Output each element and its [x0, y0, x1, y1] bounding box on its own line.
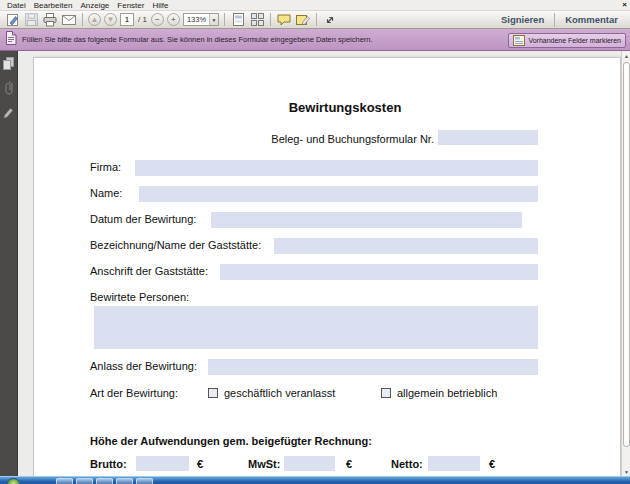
windows-taskbar	[0, 476, 630, 484]
page-up-icon[interactable]: ▲	[88, 13, 101, 26]
mwst-label: MwSt:	[248, 458, 280, 470]
anlass-label: Anlass der Bewirtung:	[90, 360, 197, 372]
scrollbar-thumb[interactable]	[623, 62, 630, 447]
gaststaette-name-field[interactable]	[274, 238, 538, 254]
zoom-level-select[interactable]: 133% ▼	[183, 13, 219, 26]
personen-label: Bewirtete Personen:	[90, 291, 189, 303]
save-icon[interactable]	[23, 12, 39, 28]
highlight-fields-button[interactable]: Vorhandene Felder markieren	[508, 33, 626, 48]
mwst-field[interactable]	[284, 456, 335, 471]
print-icon[interactable]	[42, 12, 58, 28]
page-view-icon[interactable]	[230, 12, 246, 28]
scroll-down-icon[interactable]: ▼	[622, 467, 630, 476]
geschaeftlich-label: geschäftlich veranlasst	[224, 387, 335, 399]
taskbar-app-button[interactable]	[136, 478, 153, 484]
menu-hilfe[interactable]: Hilfe	[148, 1, 172, 10]
toolbar-separator	[82, 13, 83, 26]
highlight-fields-label: Vorhandene Felder markieren	[528, 37, 621, 44]
annotate-icon[interactable]	[295, 12, 311, 28]
highlight-fields-icon	[513, 35, 525, 46]
comment-icon[interactable]	[276, 12, 292, 28]
tile-view-icon[interactable]	[249, 12, 265, 28]
menu-fenster[interactable]: Fenster	[113, 1, 148, 10]
name-field[interactable]	[139, 186, 538, 202]
form-notice-icon	[5, 31, 17, 49]
betrieblich-checkbox[interactable]	[381, 388, 391, 398]
signature-panel-icon[interactable]	[2, 104, 16, 119]
menubar: Datei Bearbeiten Anzeige Fenster Hilfe ×	[0, 0, 630, 11]
name-label: Name:	[90, 187, 122, 199]
zoom-dropdown-icon[interactable]: ▼	[209, 14, 218, 25]
pdf-page: Bewirtungskosten Beleg- und Buchungsform…	[33, 57, 621, 476]
document-area: Bewirtungskosten Beleg- und Buchungsform…	[0, 51, 630, 476]
toolbar-separator	[554, 13, 555, 27]
firma-field[interactable]	[135, 160, 538, 176]
menu-bearbeiten[interactable]: Bearbeiten	[30, 1, 77, 10]
taskbar-app-button[interactable]	[96, 478, 113, 484]
menu-anzeige[interactable]: Anzeige	[76, 1, 113, 10]
anlass-field[interactable]	[208, 359, 538, 375]
page-down-icon[interactable]: ▼	[104, 13, 117, 26]
beleg-label: Beleg- und Buchungsformular Nr.	[34, 133, 434, 145]
firma-label: Firma:	[90, 161, 121, 173]
zoom-level-value: 133%	[184, 15, 209, 24]
zoom-in-icon[interactable]: +	[167, 13, 180, 26]
page-thumbnails-icon[interactable]	[2, 56, 16, 71]
close-icon[interactable]: ×	[622, 0, 627, 10]
kommentar-button[interactable]: Kommentar	[557, 14, 626, 25]
email-icon[interactable]	[61, 12, 77, 28]
toolbar-separator	[224, 13, 225, 26]
adobe-reader-window: Datei Bearbeiten Anzeige Fenster Hilfe ×…	[0, 0, 630, 484]
netto-field[interactable]	[428, 456, 480, 471]
geschaeftlich-checkbox[interactable]	[208, 388, 218, 398]
brutto-label: Brutto:	[90, 458, 127, 470]
betrieblich-label: allgemein betrieblich	[397, 387, 497, 399]
fill-and-sign-icon[interactable]	[4, 12, 20, 28]
datum-label: Datum der Bewirtung:	[90, 213, 196, 225]
taskbar-app-button[interactable]	[56, 478, 73, 484]
signieren-button[interactable]: Signieren	[493, 14, 552, 25]
page-total-label: / 1	[138, 15, 147, 24]
netto-currency: €	[489, 458, 495, 470]
form-title: Bewirtungskosten	[70, 100, 620, 115]
brutto-field[interactable]	[136, 456, 189, 471]
personen-field[interactable]	[94, 306, 538, 349]
mwst-currency: €	[346, 458, 352, 470]
toolbar-separator	[270, 13, 271, 26]
taskbar-app-button[interactable]	[116, 478, 133, 484]
attachments-icon[interactable]	[2, 80, 16, 95]
taskbar-app-button[interactable]	[76, 478, 93, 484]
beleg-field[interactable]	[438, 130, 538, 145]
art-label: Art der Bewirtung:	[90, 387, 178, 399]
form-notification-bar: Füllen Sie bitte das folgende Formular a…	[0, 29, 630, 51]
gaststaette-anschrift-field[interactable]	[220, 264, 538, 280]
zoom-out-icon[interactable]: −	[151, 13, 164, 26]
gaststaette-name-label: Bezeichnung/Name der Gaststätte:	[90, 239, 261, 251]
form-notice-message: Füllen Sie bitte das folgende Formular a…	[22, 35, 373, 44]
windows-start-icon[interactable]	[6, 478, 21, 484]
scroll-up-icon[interactable]: ▲	[622, 51, 630, 60]
toolbar-right-group: Signieren Kommentar	[493, 11, 626, 28]
toolbar-separator	[316, 13, 317, 26]
brutto-currency: €	[197, 458, 203, 470]
expand-icon[interactable]	[322, 12, 338, 28]
aufwendungen-heading: Höhe der Aufwendungen gem. beigefügter R…	[90, 435, 372, 447]
datum-field[interactable]	[211, 212, 522, 228]
toolbar: ▲ ▼ / 1 − + 133% ▼ Signieren Komm	[0, 11, 630, 29]
vertical-scrollbar[interactable]: ▲ ▼	[621, 51, 630, 476]
page-number-input[interactable]	[120, 13, 134, 26]
bewirtungskosten-form: Bewirtungskosten Beleg- und Buchungsform…	[34, 58, 620, 476]
menu-datei[interactable]: Datei	[3, 1, 30, 10]
gaststaette-anschrift-label: Anschrift der Gaststätte:	[90, 265, 208, 277]
netto-label: Netto:	[391, 458, 423, 470]
navigation-panel	[0, 51, 18, 476]
